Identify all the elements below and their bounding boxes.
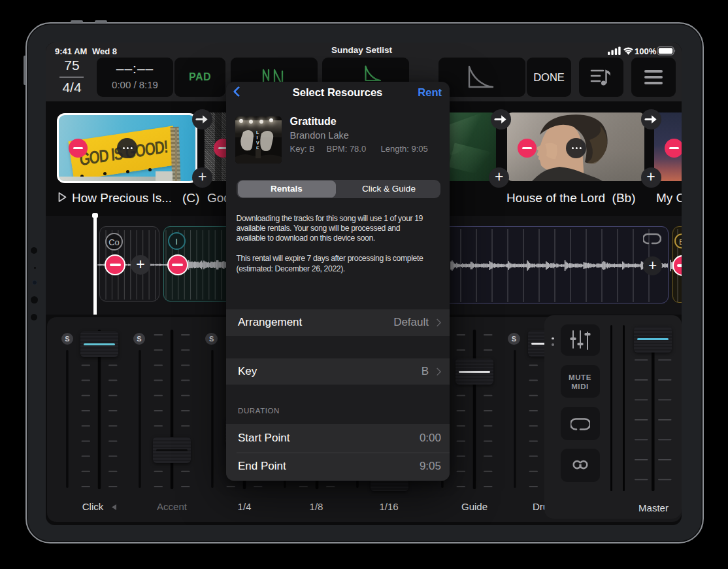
svg-text:L: L xyxy=(256,130,259,135)
svg-text:I: I xyxy=(257,135,258,140)
svg-text:V: V xyxy=(256,141,259,145)
svg-text:100%: 100% xyxy=(635,46,657,56)
